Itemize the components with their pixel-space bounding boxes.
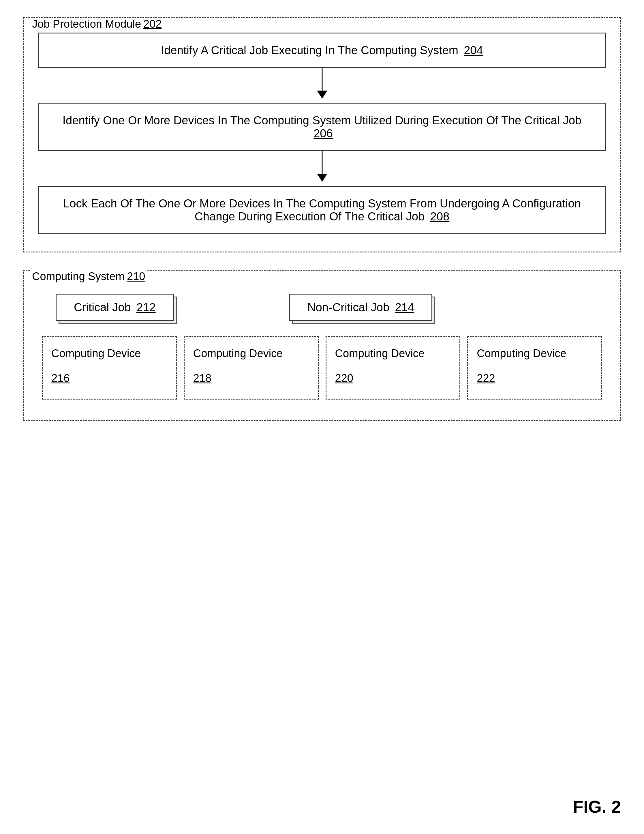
devices-row: Computing Device 216 Computing Device 21…	[38, 333, 606, 403]
job-protection-module-label: Job Protection Module202	[30, 18, 164, 30]
fig-label: FIG. 2	[573, 797, 621, 817]
computing-system-label: Computing System210	[30, 270, 147, 283]
flowchart: Identify A Critical Job Executing In The…	[38, 32, 606, 234]
job-protection-module: Job Protection Module202 Identify A Crit…	[23, 17, 621, 252]
device-222-wrapper: Computing Device 222	[464, 333, 606, 403]
step-206-box: Identify One Or More Devices In The Comp…	[38, 103, 606, 151]
device-220-box: Computing Device 220	[326, 336, 461, 399]
page-content: Job Protection Module202 Identify A Crit…	[23, 17, 621, 421]
step-204-box: Identify A Critical Job Executing In The…	[38, 32, 606, 68]
non-critical-job-box: Non-Critical Job 214	[289, 294, 432, 321]
device-216-box: Computing Device 216	[42, 336, 177, 399]
device-220-wrapper: Computing Device 220	[322, 333, 464, 403]
jobs-row: Critical Job 212 Non-Critical Job 214	[38, 285, 606, 321]
critical-job-wrapper: Critical Job 212	[56, 294, 174, 321]
device-218-wrapper: Computing Device 218	[180, 333, 322, 403]
computing-system: Computing System210 Critical Job 212 Non…	[23, 270, 621, 421]
non-critical-job-wrapper: Non-Critical Job 214	[289, 294, 432, 321]
step-208-box: Lock Each Of The One Or More Devices In …	[38, 186, 606, 234]
device-216-wrapper: Computing Device 216	[38, 333, 180, 403]
device-218-box: Computing Device 218	[184, 336, 319, 399]
device-222-box: Computing Device 222	[467, 336, 602, 399]
critical-job-box: Critical Job 212	[56, 294, 174, 321]
